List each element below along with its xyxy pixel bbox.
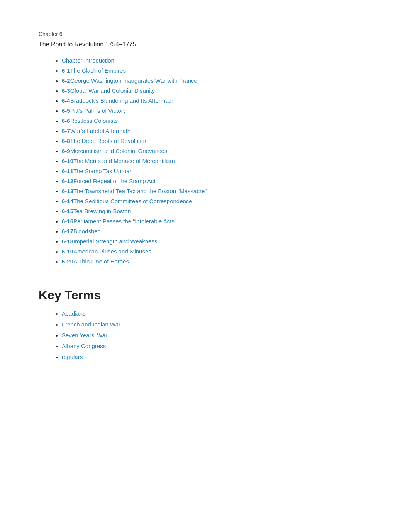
toc-link-6-19[interactable]: 6-19American Pluses and Minuses [62, 248, 151, 255]
toc-link-6-2[interactable]: 6-2George Washington Inaugurates War wit… [62, 77, 197, 84]
toc-item-6-12: 6-12Forced Repeal of the Stamp Act [62, 178, 371, 185]
toc-item-6-16: 6-16Parliament Passes the “Intolerable A… [62, 218, 371, 225]
toc-label-6-3: Global War and Colonial Disunity [70, 87, 155, 94]
key-term-regulars: regulars [62, 354, 371, 360]
toc-num-6-17: 6-17 [62, 228, 73, 235]
toc-label-6-2: George Washington Inaugurates War with F… [70, 77, 197, 84]
toc-link-6-3[interactable]: 6-3Global War and Colonial Disunity [62, 87, 155, 94]
toc-list: Chapter Introduction 6-1The Clash of Emp… [39, 57, 371, 265]
key-term-link-seven-years-war[interactable]: Seven Years' War [62, 332, 107, 338]
toc-num-6-14: 6-14 [62, 198, 73, 204]
toc-num-6-6: 6-6 [62, 117, 70, 124]
toc-label-6-9: Mercantilism and Colonial Grievances [70, 148, 168, 154]
toc-label-6-6: Restless Colonists [70, 117, 118, 124]
toc-link-6-6[interactable]: 6-6Restless Colonists [62, 117, 118, 124]
toc-link-6-10[interactable]: 6-10The Merits and Menace of Mercantilis… [62, 158, 175, 164]
toc-link-6-13[interactable]: 6-13The Townshend Tea Tax and the Boston… [62, 188, 207, 194]
key-term-albany-congress: Albany Congress [62, 343, 371, 350]
toc-label-6-17: Bloodshed [73, 228, 101, 235]
toc-num-6-13: 6-13 [62, 188, 73, 194]
toc-label-intro: Chapter Introduction [62, 57, 114, 64]
toc-label-6-4: Braddock’s Blundering and Its Aftermath [70, 97, 173, 104]
toc-label-6-19: American Pluses and Minuses [73, 248, 151, 255]
toc-label-6-10: The Merits and Menace of Mercantilism [73, 158, 175, 164]
toc-label-6-8: The Deep Roots of Revolution [70, 138, 148, 144]
toc-item-6-5: 6-5Pitt’s Palms of Victory [62, 107, 371, 114]
toc-num-6-8: 6-8 [62, 138, 70, 144]
toc-label-6-7: War’s Fateful Aftermath [70, 127, 130, 134]
toc-link-6-14[interactable]: 6-14The Seditious Committees of Correspo… [62, 198, 192, 204]
toc-link-6-20[interactable]: 6-20A Thin Line of Heroes [62, 258, 129, 265]
toc-num-6-7: 6-7 [62, 127, 70, 134]
toc-label-6-16: Parliament Passes the “Intolerable Acts” [73, 218, 176, 224]
toc-link-6-5[interactable]: 6-5Pitt’s Palms of Victory [62, 107, 126, 114]
toc-item-6-13: 6-13The Townshend Tea Tax and the Boston… [62, 188, 371, 195]
toc-num-6-4: 6-4 [62, 97, 70, 104]
toc-num-6-10: 6-10 [62, 158, 73, 164]
toc-item-intro: Chapter Introduction [62, 57, 371, 64]
key-term-acadians: Acadians [62, 310, 371, 317]
toc-label-6-12: Forced Repeal of the Stamp Act [73, 178, 156, 184]
toc-item-6-10: 6-10The Merits and Menace of Mercantilis… [62, 158, 371, 165]
toc-num-6-1: 6-1 [62, 67, 70, 74]
toc-link-6-17[interactable]: 6-17Bloodshed [62, 228, 101, 235]
toc-link-6-15[interactable]: 6-15Tea Brewing in Boston [62, 208, 131, 214]
toc-item-6-17: 6-17Bloodshed [62, 228, 371, 235]
toc-num-6-5: 6-5 [62, 107, 70, 114]
key-term-link-regulars[interactable]: regulars [62, 354, 83, 360]
toc-link-intro[interactable]: Chapter Introduction [62, 57, 114, 64]
chapter-label: Chapter 6 [39, 31, 371, 37]
key-term-seven-years-war: Seven Years' War [62, 332, 371, 339]
toc-item-6-20: 6-20A Thin Line of Heroes [62, 258, 371, 265]
toc-link-6-1[interactable]: 6-1The Clash of Empires [62, 67, 126, 74]
toc-item-6-7: 6-7War’s Fateful Aftermath [62, 127, 371, 134]
toc-link-6-9[interactable]: 6-9Mercantilism and Colonial Grievances [62, 148, 167, 154]
toc-num-6-3: 6-3 [62, 87, 70, 94]
toc-num-6-2: 6-2 [62, 77, 70, 84]
toc-link-6-4[interactable]: 6-4Braddock’s Blundering and Its Afterma… [62, 97, 173, 104]
toc-label-6-5: Pitt’s Palms of Victory [70, 107, 126, 114]
toc-num-6-19: 6-19 [62, 248, 73, 255]
toc-item-6-15: 6-15Tea Brewing in Boston [62, 208, 371, 215]
key-terms-heading: Key Terms [39, 288, 371, 303]
toc-label-6-20: A Thin Line of Heroes [73, 258, 129, 265]
key-terms-list: Acadians French and Indian War Seven Yea… [39, 310, 371, 360]
chapter-title: The Road to Revolution 1754–1775 [39, 41, 371, 48]
toc-item-6-3: 6-3Global War and Colonial Disunity [62, 87, 371, 94]
toc-label-6-11: The Stamp Tax Uproar [73, 168, 132, 174]
toc-item-6-9: 6-9Mercantilism and Colonial Grievances [62, 148, 371, 155]
toc-item-6-6: 6-6Restless Colonists [62, 117, 371, 124]
toc-link-6-8[interactable]: 6-8The Deep Roots of Revolution [62, 138, 148, 144]
key-term-link-albany-congress[interactable]: Albany Congress [62, 343, 106, 349]
toc-num-6-12: 6-12 [62, 178, 73, 184]
toc-item-6-19: 6-19American Pluses and Minuses [62, 248, 371, 255]
toc-label-6-14: The Seditious Committees of Corresponden… [73, 198, 192, 204]
toc-link-6-7[interactable]: 6-7War’s Fateful Aftermath [62, 127, 130, 134]
toc-item-6-2: 6-2George Washington Inaugurates War wit… [62, 77, 371, 84]
key-term-french-indian-war: French and Indian War [62, 321, 371, 328]
toc-label-6-13: The Townshend Tea Tax and the Boston “Ma… [73, 188, 207, 194]
toc-item-6-18: 6-18Imperial Strength and Weakness [62, 238, 371, 245]
toc-label-6-1: The Clash of Empires [70, 67, 126, 74]
toc-link-6-12[interactable]: 6-12Forced Repeal of the Stamp Act [62, 178, 156, 184]
toc-item-6-11: 6-11The Stamp Tax Uproar [62, 168, 371, 175]
toc-link-6-11[interactable]: 6-11The Stamp Tax Uproar [62, 168, 132, 174]
toc-item-6-4: 6-4Braddock’s Blundering and Its Afterma… [62, 97, 371, 104]
toc-num-6-15: 6-15 [62, 208, 73, 214]
toc-link-6-18[interactable]: 6-18Imperial Strength and Weakness [62, 238, 157, 245]
toc-num-6-20: 6-20 [62, 258, 73, 265]
toc-label-6-18: Imperial Strength and Weakness [73, 238, 157, 245]
toc-num-6-11: 6-11 [62, 168, 73, 174]
toc-num-6-18: 6-18 [62, 238, 73, 245]
toc-item-6-8: 6-8The Deep Roots of Revolution [62, 138, 371, 144]
toc-item-6-1: 6-1The Clash of Empires [62, 67, 371, 74]
key-term-link-acadians[interactable]: Acadians [62, 310, 86, 317]
toc-link-6-16[interactable]: 6-16Parliament Passes the “Intolerable A… [62, 218, 176, 224]
key-term-link-french-indian-war[interactable]: French and Indian War [62, 321, 120, 328]
toc-item-6-14: 6-14The Seditious Committees of Correspo… [62, 198, 371, 205]
toc-num-6-16: 6-16 [62, 218, 73, 224]
toc-label-6-15: Tea Brewing in Boston [73, 208, 131, 214]
toc-num-6-9: 6-9 [62, 148, 70, 154]
